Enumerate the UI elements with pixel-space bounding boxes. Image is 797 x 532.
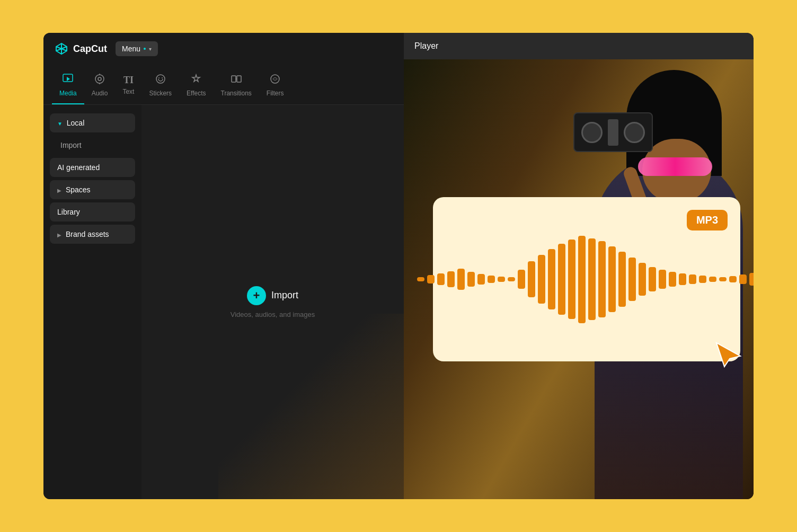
wave-bar — [437, 273, 445, 286]
menu-button[interactable]: Menu ▾ — [116, 41, 158, 56]
cassette-area — [608, 119, 618, 146]
wave-bar — [477, 274, 485, 285]
wave-bar — [628, 258, 636, 302]
wave-bar — [739, 274, 747, 285]
wave-bar — [699, 276, 706, 283]
header: CapCut Menu ▾ — [43, 33, 404, 65]
wave-bar — [558, 244, 565, 315]
main-content: ▼ Local Import AI generated ▶ Spaces Lib… — [43, 105, 404, 499]
wave-bar — [518, 270, 525, 289]
wave-bar — [669, 272, 676, 287]
spaces-arrow-icon: ▶ — [57, 188, 61, 193]
diagonal-overlay — [218, 314, 404, 499]
import-plus-button[interactable]: + — [247, 286, 266, 305]
waveform — [417, 226, 754, 332]
person-sunglasses — [638, 157, 712, 176]
tab-text[interactable]: TI Text — [115, 71, 141, 103]
content-area: + Import Videos, audios, and images — [141, 105, 404, 499]
sidebar-item-local[interactable]: ▼ Local — [50, 113, 135, 132]
svg-point-8 — [271, 75, 279, 83]
stickers-icon — [155, 73, 166, 86]
logo-icon — [54, 41, 69, 56]
wave-bar — [709, 277, 716, 282]
mp3-card: MP3 — [433, 197, 740, 361]
mp3-badge: MP3 — [687, 210, 728, 230]
svg-rect-7 — [237, 76, 241, 82]
wave-bar — [447, 271, 455, 288]
filters-icon — [269, 73, 281, 86]
wave-bar — [608, 246, 616, 312]
tab-stickers[interactable]: Stickers — [141, 69, 179, 104]
wave-bar — [568, 240, 575, 319]
cursor-arrow-icon — [714, 340, 746, 372]
tab-audio[interactable]: Audio — [84, 69, 116, 104]
svg-point-5 — [162, 77, 163, 78]
local-arrow-icon: ▼ — [57, 121, 63, 127]
menu-chevron-icon: ▾ — [149, 46, 152, 52]
wave-bar — [749, 273, 754, 286]
menu-dot — [144, 48, 146, 50]
player-image: MP3 — [404, 59, 754, 499]
speaker-right — [624, 122, 645, 143]
toolbar: Media Audio TI Text — [43, 65, 404, 105]
media-icon — [62, 73, 74, 86]
wave-bar — [598, 241, 606, 317]
wave-bar — [488, 276, 495, 283]
tab-transitions[interactable]: Transitions — [214, 69, 259, 104]
wave-bar — [548, 249, 555, 309]
right-panel: Player — [404, 33, 754, 499]
tab-media[interactable]: Media — [52, 69, 84, 104]
svg-point-2 — [98, 77, 101, 81]
app-name: CapCut — [73, 43, 107, 55]
tab-filters[interactable]: Filters — [259, 69, 291, 104]
import-area: + Import Videos, audios, and images — [231, 286, 315, 318]
sidebar-item-library[interactable]: Library — [50, 202, 135, 221]
brand-assets-arrow-icon: ▶ — [57, 232, 61, 238]
wave-bar — [528, 261, 535, 297]
text-icon: TI — [123, 75, 134, 85]
svg-point-1 — [95, 75, 104, 83]
sidebar: ▼ Local Import AI generated ▶ Spaces Lib… — [43, 105, 141, 499]
wave-bar — [538, 255, 545, 304]
wave-bar — [639, 263, 646, 296]
transitions-icon — [231, 73, 242, 86]
wave-bar — [417, 277, 424, 281]
import-subtext: Videos, audios, and images — [231, 311, 315, 318]
wave-bar — [719, 277, 727, 281]
left-panel: CapCut Menu ▾ Media — [43, 33, 404, 499]
wave-bar — [618, 252, 626, 306]
tab-effects[interactable]: Effects — [179, 69, 213, 104]
wave-bar — [508, 277, 515, 281]
sidebar-item-brand-assets[interactable]: ▶ Brand assets — [50, 225, 135, 244]
player-title: Player — [404, 33, 754, 59]
wave-bar — [498, 277, 505, 282]
wave-bar — [588, 238, 596, 321]
sidebar-item-ai-generated[interactable]: AI generated — [50, 158, 135, 177]
wave-bar — [659, 270, 666, 289]
wave-bar — [689, 274, 696, 285]
wave-bar — [649, 267, 656, 291]
wave-bar — [679, 273, 686, 286]
wave-bar — [467, 272, 475, 287]
svg-point-3 — [156, 75, 165, 83]
svg-point-4 — [158, 77, 160, 78]
import-row: + Import — [247, 286, 298, 305]
app-container: CapCut Menu ▾ Media — [43, 33, 754, 499]
logo: CapCut — [54, 41, 107, 56]
sidebar-item-spaces[interactable]: ▶ Spaces — [50, 180, 135, 199]
effects-icon — [190, 73, 202, 86]
audio-icon — [94, 73, 105, 86]
boombox-body — [573, 112, 653, 152]
wave-bar — [729, 276, 737, 282]
wave-bar — [578, 236, 586, 323]
sidebar-item-import[interactable]: Import — [50, 136, 135, 155]
svg-rect-6 — [232, 76, 236, 82]
speaker-left — [581, 122, 603, 143]
import-label: Import — [271, 290, 298, 301]
wave-bar — [457, 269, 465, 289]
wave-bar — [427, 275, 435, 283]
